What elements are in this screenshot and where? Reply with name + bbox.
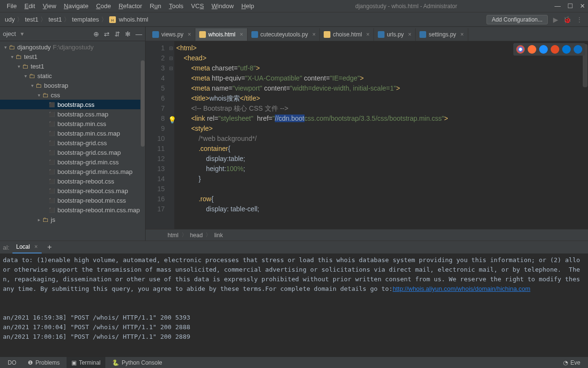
close-icon[interactable]: × (312, 31, 316, 38)
project-label[interactable]: oject (3, 30, 16, 37)
close-icon[interactable]: × (188, 31, 191, 38)
firefox-icon[interactable] (528, 45, 536, 54)
problems-tool-button[interactable]: ❶Problems (23, 357, 65, 368)
editor-tab-views-py[interactable]: views.py× (148, 28, 195, 41)
tree-item-bootstrap-reboot-css[interactable]: ⬛bootstrap-reboot.css (0, 176, 145, 186)
menu-vcs[interactable]: VCS (187, 0, 208, 12)
intention-bulb-icon[interactable]: 💡 (168, 115, 176, 125)
menu-run[interactable]: Run (146, 0, 165, 12)
ie-icon[interactable] (562, 45, 571, 54)
minimize-icon[interactable]: — (554, 2, 561, 10)
bc-html[interactable]: html (168, 232, 179, 239)
editor-tab-urls-py[interactable]: urls.py× (374, 28, 416, 41)
chrome-icon[interactable] (516, 45, 525, 54)
menu-tools[interactable]: Tools (165, 0, 187, 12)
maximize-icon[interactable]: ☐ (567, 2, 573, 10)
close-icon[interactable]: ✕ (580, 2, 585, 10)
tree-item-boostrap[interactable]: ▾🗀boostrap (0, 80, 145, 90)
terminal-add-tab[interactable]: + (45, 243, 55, 252)
tree-item-bootstrap-grid-css[interactable]: ⬛bootstrap-grid.css (0, 138, 145, 148)
close-icon[interactable]: × (408, 31, 411, 38)
menu-code[interactable]: Code (92, 0, 115, 12)
code-content[interactable]: <html> <head> <meta charset="utf-8"> <me… (174, 41, 588, 229)
main-split: oject ▾ ⊕ ⇄ ⇵ ✻ — ▾🗀djangostudyF:\django… (0, 27, 588, 241)
close-icon[interactable]: × (366, 31, 370, 38)
opera-icon[interactable] (551, 45, 559, 54)
close-icon[interactable]: × (34, 243, 38, 250)
fold-column[interactable]: ⊟⊟⊟ (168, 41, 174, 229)
code-editor[interactable]: 💡 1234567891011121314151617 ⊟⊟⊟ <html> <… (146, 41, 588, 229)
tree-item-js[interactable]: ▸🗀js (0, 215, 145, 224)
safari-icon[interactable] (539, 45, 548, 54)
crumb-root[interactable]: udy (3, 16, 17, 23)
project-tool-window: oject ▾ ⊕ ⇄ ⇵ ✻ — ▾🗀djangostudyF:\django… (0, 27, 146, 241)
svg-rect-6 (378, 31, 384, 38)
editor-tab-whois-html[interactable]: whois.html× (195, 28, 248, 41)
project-scrollbar[interactable] (140, 41, 145, 241)
project-toolbar: oject ▾ ⊕ ⇄ ⇵ ✻ — (0, 27, 145, 41)
debug-icon[interactable]: 🐞 (563, 16, 571, 23)
editor-tab-cutecuteyutools-py[interactable]: cutecuteyutools.py× (248, 28, 320, 41)
menu-file[interactable]: File (3, 0, 21, 12)
tree-item-test1[interactable]: ▾🗀test1 (0, 52, 145, 61)
tree-item-bootstrap-grid-min-css-map[interactable]: ⬛bootstrap-grid.min.css.map (0, 167, 145, 176)
tree-item-bootstrap-reboot-css-map[interactable]: ⬛bootstrap-reboot.css.map (0, 186, 145, 196)
tree-item-static[interactable]: ▾🗀static (0, 71, 145, 80)
tree-item-css[interactable]: ▾🗀css (0, 90, 145, 100)
terminal-tool-button[interactable]: ▣Terminal (67, 357, 105, 368)
tree-item-bootstrap-reboot-min-css[interactable]: ⬛bootstrap-reboot.min.css (0, 196, 145, 205)
add-configuration-button[interactable]: Add Configuration... (486, 15, 548, 24)
collapse-icon[interactable]: ⇵ (114, 30, 120, 38)
menu-help[interactable]: Help (237, 0, 258, 12)
tree-item-djangostudy[interactable]: ▾🗀djangostudyF:\djangostudy (0, 42, 145, 52)
hide-icon[interactable]: — (136, 30, 142, 38)
close-icon[interactable]: × (461, 31, 464, 38)
terminal-output[interactable]: data to: (1)enable high volume, automate… (0, 253, 588, 356)
terminal-tabs: al: Local × + (0, 241, 588, 253)
tree-item-test1[interactable]: ▾🗀test1 (0, 61, 145, 71)
tree-item-bootstrap-grid-css-map[interactable]: ⬛bootstrap-grid.css.map (0, 148, 145, 157)
svg-rect-2 (152, 31, 159, 38)
editor-tab-choise-html[interactable]: choise.html× (320, 28, 374, 41)
menubar: File Edit View Navigate Code Refactor Ru… (0, 0, 588, 12)
menu-edit[interactable]: Edit (21, 0, 39, 12)
locate-icon[interactable]: ⊕ (93, 30, 99, 38)
crumb-1[interactable]: test1 (23, 16, 40, 23)
menu-refactor[interactable]: Refactor (115, 0, 146, 12)
bc-head[interactable]: head (190, 232, 203, 239)
navigation-bar: udy 〉 test1 〉 test1 〉 templates 〉 H whoi… (0, 12, 588, 27)
event-log-tool-button[interactable]: ◔Eve (558, 357, 585, 368)
editor-scrollbar[interactable] (582, 41, 588, 229)
svg-rect-3 (199, 31, 206, 38)
bc-link[interactable]: link (214, 232, 223, 239)
expand-icon[interactable]: ⇄ (104, 30, 110, 38)
tree-item-bootstrap-css-map[interactable]: ⬛bootstrap.css.map (0, 109, 145, 119)
edge-icon[interactable] (574, 45, 582, 54)
crumb-file[interactable]: H whois.html (107, 16, 150, 23)
menu-window[interactable]: Window (208, 0, 237, 12)
more-icon[interactable]: ⋮ (576, 16, 583, 23)
chevron-right-icon: 〉 (205, 231, 211, 239)
settings-icon[interactable]: ✻ (125, 30, 131, 38)
crumb-2[interactable]: test1 (46, 16, 64, 23)
menu-navigate[interactable]: Navigate (60, 0, 92, 12)
terminal-tab-local[interactable]: Local × (12, 241, 42, 253)
editor-tab-settings-py[interactable]: settings.py× (416, 28, 468, 41)
project-tree[interactable]: ▾🗀djangostudyF:\djangostudy▾🗀test1▾🗀test… (0, 41, 145, 241)
run-icon[interactable]: ▶ (553, 16, 558, 23)
chevron-right-icon: 〉 (17, 15, 23, 24)
tree-item-bootstrap-css[interactable]: ⬛bootstrap.css (0, 100, 145, 109)
chevron-right-icon: 〉 (64, 15, 70, 24)
menu-view[interactable]: View (39, 0, 60, 12)
close-icon[interactable]: × (240, 31, 243, 38)
svg-text:H: H (111, 18, 114, 23)
python-console-tool-button[interactable]: 🐍Python Console (107, 357, 167, 368)
window-title: djangostudy - whois.html - Administrator (258, 3, 554, 10)
tree-item-bootstrap-grid-min-css[interactable]: ⬛bootstrap-grid.min.css (0, 157, 145, 167)
chevron-right-icon: 〉 (101, 15, 107, 24)
tree-item-bootstrap-min-css-map[interactable]: ⬛bootstrap.min.css.map (0, 128, 145, 138)
crumb-3[interactable]: templates (70, 16, 101, 23)
todo-tool-button[interactable]: DO (3, 357, 21, 368)
tree-item-bootstrap-reboot-min-css-map[interactable]: ⬛bootstrap-reboot.min.css.map (0, 205, 145, 215)
tree-item-bootstrap-min-css[interactable]: ⬛bootstrap.min.css (0, 119, 145, 128)
